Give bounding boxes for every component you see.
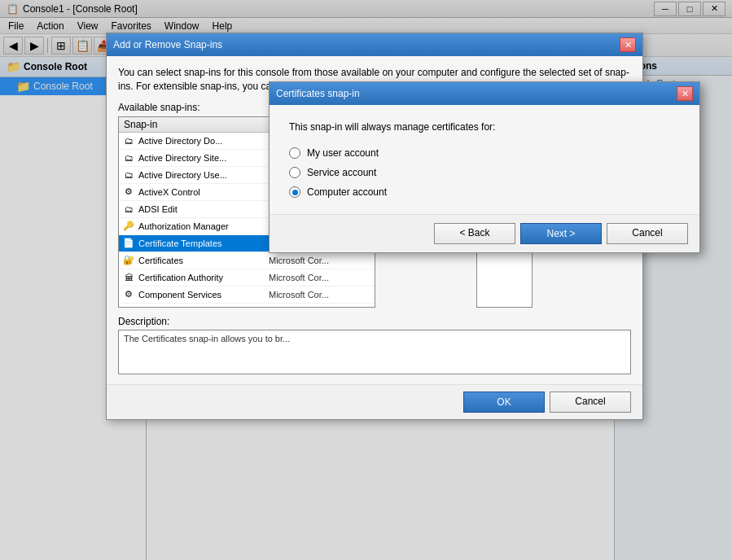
snapins-dialog-title: Add or Remove Snap-ins (113, 39, 222, 50)
description-box: Description: The Certificates snap-in al… (118, 316, 631, 374)
cancel-button[interactable]: Cancel (607, 223, 688, 244)
snapins-cancel-button[interactable]: Cancel (550, 392, 631, 413)
radio-label-2: Computer account (307, 186, 387, 198)
snapin-icon-3: ⚙ (122, 186, 135, 199)
radio-circle-0 (289, 147, 300, 159)
snapin-icon-10: 🖥 (122, 305, 135, 308)
list-item[interactable]: 🔐 Certificates Microsoft Cor... (119, 252, 375, 269)
radio-circle-1 (289, 167, 300, 178)
description-content: The Certificates snap-in allows you to b… (118, 330, 631, 374)
radio-label-1: Service account (307, 167, 376, 178)
snapin-name-10: Computer Managem... (138, 307, 269, 308)
snapins-ok-button[interactable]: OK (463, 392, 545, 413)
snapin-name-7: Certificates (138, 256, 269, 265)
radio-group: My user account Service account Computer… (289, 147, 680, 198)
snapin-icon-5: 🔑 (122, 220, 135, 233)
list-item[interactable]: 🖥 Computer Managem... Microsoft Co... (119, 304, 375, 308)
cert-dialog-footer: < Back Next > Cancel (270, 214, 699, 252)
radio-service-account[interactable]: Service account (289, 167, 680, 178)
radio-computer-account[interactable]: Computer account (289, 186, 680, 198)
snapin-icon-6: 📄 (122, 237, 135, 250)
snapin-name-6: Certificate Templates (138, 238, 269, 248)
snapin-icon-9: ⚙ (122, 288, 135, 301)
snapin-name-5: Authorization Manager (138, 221, 269, 231)
snapin-name-9: Component Services (138, 290, 269, 300)
list-item[interactable]: ⚙ Component Services Microsoft Cor... (119, 287, 375, 304)
snapin-vendor-10: Microsoft Co... (269, 307, 327, 308)
snapin-name-1: Active Directory Site... (138, 153, 269, 163)
snapin-name-3: ActiveX Control (138, 187, 269, 197)
snapins-dialog-titlebar: Add or Remove Snap-ins ✕ (107, 33, 642, 56)
snapins-dialog-footer: OK Cancel (107, 384, 642, 419)
cert-dialog-titlebar: Certificates snap-in ✕ (270, 82, 699, 105)
snapin-vendor-8: Microsoft Cor... (269, 273, 329, 282)
snapin-icon-4: 🗂 (122, 203, 135, 216)
snapin-name-0: Active Directory Do... (138, 136, 269, 146)
snapin-vendor-7: Microsoft Cor... (269, 256, 329, 265)
cert-dialog-title: Certificates snap-in (276, 88, 360, 99)
radio-label-0: My user account (307, 147, 379, 159)
radio-my-user-account[interactable]: My user account (289, 147, 680, 159)
snapins-dialog-close[interactable]: ✕ (620, 37, 636, 52)
cert-dialog-close[interactable]: ✕ (677, 86, 693, 101)
snapin-vendor-9: Microsoft Cor... (269, 290, 329, 300)
col-snapin: Snap-in (119, 117, 277, 132)
snapin-name-4: ADSI Edit (138, 204, 269, 214)
back-button[interactable]: < Back (434, 223, 515, 244)
snapin-icon-7: 🔐 (122, 254, 135, 267)
list-item[interactable]: 🏛 Certification Authority Microsoft Cor.… (119, 269, 375, 287)
snapin-icon-0: 🗂 (122, 134, 135, 147)
snapin-icon-8: 🏛 (122, 271, 135, 284)
cert-dialog: Certificates snap-in ✕ This snap-in will… (269, 81, 700, 253)
description-label: Description: (118, 316, 631, 327)
snapin-icon-1: 🗂 (122, 151, 135, 164)
cert-dialog-body: This snap-in will always manage certific… (270, 105, 699, 214)
radio-circle-2 (289, 186, 300, 198)
snapin-icon-2: 🗂 (122, 168, 135, 182)
snapin-name-2: Active Directory Use... (138, 170, 269, 180)
cert-description: This snap-in will always manage certific… (289, 121, 680, 133)
snapin-name-8: Certification Authority (138, 273, 269, 282)
next-button[interactable]: Next > (520, 223, 602, 244)
